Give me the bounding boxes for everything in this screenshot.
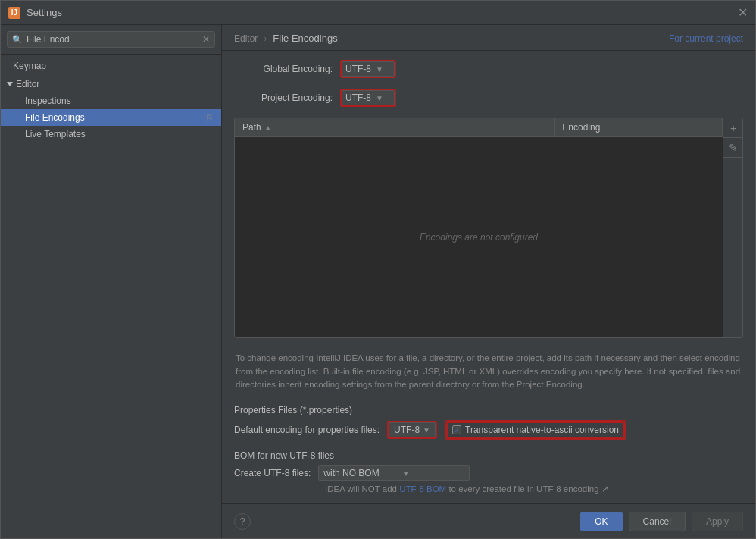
encoding-table-container: Path ▲ Encoding Encodings are not config… <box>234 118 743 338</box>
bom-section-title: BOM for new UTF-8 files <box>234 450 743 461</box>
transparent-conversion-checkbox[interactable] <box>452 425 461 434</box>
side-toolbar: + ✎ <box>723 118 742 337</box>
table-empty-hint: Encodings are not configured <box>420 232 538 243</box>
table-header-path: Path ▲ <box>235 118 555 136</box>
encoding-table-main: Path ▲ Encoding Encodings are not config… <box>235 118 723 337</box>
properties-row: Default encoding for properties files: U… <box>234 420 743 440</box>
bom-hint: IDEA will NOT add UTF-8 BOM to every cre… <box>234 484 743 494</box>
search-bar: 🔍 ✕ <box>1 25 221 55</box>
apply-button[interactable]: Apply <box>692 512 743 531</box>
search-clear-icon[interactable]: ✕ <box>202 34 210 45</box>
close-button[interactable]: ✕ <box>738 7 748 19</box>
properties-section-title: Properties Files (*.properties) <box>234 405 743 415</box>
app-icon: IJ <box>8 7 20 19</box>
props-encoding-select[interactable]: UTF-8 ▼ <box>389 422 436 437</box>
settings-window: IJ Settings ✕ 🔍 ✕ Keymap Edi <box>0 0 756 539</box>
search-input[interactable] <box>27 34 198 45</box>
props-encoding-arrow: ▼ <box>423 426 430 434</box>
bottom-bar: ? OK Cancel Apply <box>222 503 755 538</box>
sidebar-item-live-templates[interactable]: Live Templates ⎘ <box>1 126 221 143</box>
bom-create-label: Create UTF-8 files: <box>234 468 311 478</box>
breadcrumb-parent[interactable]: Editor <box>234 33 258 44</box>
properties-section: Properties Files (*.properties) Default … <box>234 405 743 440</box>
table-header: Path ▲ Encoding <box>235 118 723 137</box>
table-body: Encodings are not configured <box>235 137 723 337</box>
global-encoding-select[interactable]: UTF-8 ▼ <box>342 61 395 77</box>
transparent-conversion-wrap: Transparent native-to-ascii conversion <box>445 420 626 440</box>
edit-encoding-button[interactable]: ✎ <box>723 138 743 158</box>
sidebar: 🔍 ✕ Keymap Editor Inspections ⎘ <box>1 25 222 538</box>
cancel-button[interactable]: Cancel <box>629 512 686 531</box>
global-encoding-row: Global Encoding: UTF-8 ▼ <box>234 60 743 78</box>
props-encoding-label: Default encoding for properties files: <box>234 425 380 435</box>
sort-icon: ▲ <box>264 124 272 132</box>
project-encoding-select[interactable]: UTF-8 ▼ <box>342 90 395 105</box>
content-area: 🔍 ✕ Keymap Editor Inspections ⎘ <box>1 25 755 538</box>
project-encoding-row: Project Encoding: UTF-8 ▼ <box>234 89 743 107</box>
props-encoding-select-wrap: UTF-8 ▼ <box>387 421 437 439</box>
encoding-description: To change encoding IntelliJ IDEA uses fo… <box>234 346 743 394</box>
project-encoding-label: Project Encoding: <box>234 92 333 103</box>
nav-tree: Keymap Editor Inspections ⎘ File Encodin… <box>1 55 221 538</box>
copy-icon-file-encodings: ⎘ <box>207 113 212 122</box>
sidebar-group-editor[interactable]: Editor <box>1 74 221 92</box>
title-bar-left: IJ Settings <box>8 7 62 19</box>
main-panel: Editor › File Encodings For current proj… <box>222 25 755 538</box>
breadcrumb-sep: › <box>264 33 267 44</box>
help-button[interactable]: ? <box>234 513 251 530</box>
ok-button[interactable]: OK <box>580 512 622 531</box>
panel-header: Editor › File Encodings For current proj… <box>222 25 755 51</box>
global-encoding-select-wrap: UTF-8 ▼ <box>340 60 396 78</box>
breadcrumb-current: File Encodings <box>273 33 337 44</box>
table-header-encoding: Encoding <box>555 118 723 136</box>
global-encoding-arrow: ▼ <box>376 65 383 74</box>
sidebar-item-file-encodings[interactable]: File Encodings ⎘ <box>1 109 221 126</box>
bom-section: BOM for new UTF-8 files Create UTF-8 fil… <box>234 450 743 494</box>
panel-body: Global Encoding: UTF-8 ▼ Project Encodin… <box>222 51 755 503</box>
bom-create-select[interactable]: with NO BOM ▼ <box>318 465 470 481</box>
bom-row: Create UTF-8 files: with NO BOM ▼ <box>234 465 743 481</box>
project-encoding-arrow: ▼ <box>376 94 383 102</box>
project-encoding-select-wrap: UTF-8 ▼ <box>340 89 396 107</box>
search-input-wrap: 🔍 ✕ <box>7 31 215 48</box>
search-icon: 🔍 <box>12 35 23 45</box>
sidebar-item-keymap[interactable]: Keymap <box>1 58 221 74</box>
sidebar-item-inspections[interactable]: Inspections ⎘ <box>1 92 221 109</box>
dialog-buttons: OK Cancel Apply <box>580 512 743 531</box>
bom-link[interactable]: UTF-8 BOM <box>399 484 446 494</box>
transparent-conversion-label: Transparent native-to-ascii conversion <box>465 425 619 435</box>
add-encoding-button[interactable]: + <box>723 118 743 138</box>
for-current-project-link[interactable]: For current project <box>669 33 743 44</box>
title-bar: IJ Settings ✕ <box>1 1 755 25</box>
window-title: Settings <box>27 7 62 18</box>
bom-select-arrow: ▼ <box>402 469 410 478</box>
expand-icon <box>7 82 13 86</box>
global-encoding-label: Global Encoding: <box>234 64 333 74</box>
transparent-conversion-checkbox-wrap[interactable]: Transparent native-to-ascii conversion <box>446 421 625 438</box>
